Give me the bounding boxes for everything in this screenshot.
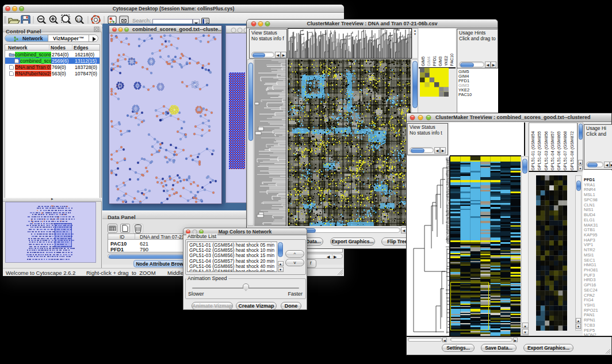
svg-text:Search:: Search: — [132, 17, 151, 24]
svg-text:1:1: 1:1 — [76, 18, 81, 21]
